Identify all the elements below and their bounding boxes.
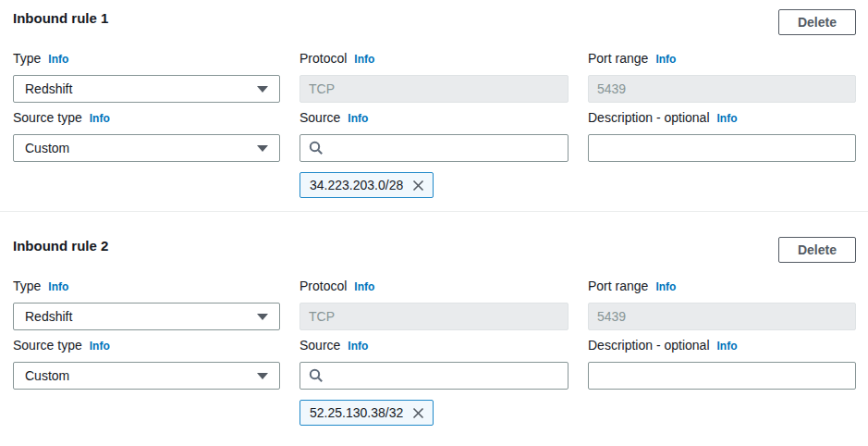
port-range-info-link[interactable]: Info <box>655 280 676 293</box>
source-token: 34.223.203.0/28 <box>300 172 434 198</box>
source-type-label: Source typeInfo <box>13 337 280 353</box>
type-select[interactable]: Redshift <box>13 303 280 330</box>
source-label: SourceInfo <box>300 109 568 126</box>
description-info-link[interactable]: Info <box>717 340 738 353</box>
description-info-link[interactable]: Info <box>717 112 738 125</box>
source-type-label: Source typeInfo <box>13 109 280 126</box>
port-range-label: Port rangeInfo <box>588 278 856 294</box>
source-token-value: 52.25.130.38/32 <box>310 405 403 420</box>
delete-rule-button[interactable]: Delete <box>778 237 856 263</box>
type-info-link[interactable]: Info <box>48 280 68 293</box>
type-label: TypeInfo <box>13 50 280 67</box>
description-input[interactable] <box>588 362 856 390</box>
protocol-label: ProtocolInfo <box>300 50 568 67</box>
delete-rule-button[interactable]: Delete <box>778 9 856 35</box>
source-type-select[interactable]: Custom <box>13 134 280 162</box>
rule-fields-grid: TypeInfo Redshift Source typeInfo Custom <box>13 50 856 198</box>
type-select-value: Redshift <box>25 309 72 324</box>
token-dismiss-button[interactable] <box>411 406 425 420</box>
protocol-label: ProtocolInfo <box>300 278 568 294</box>
source-type-select[interactable]: Custom <box>13 362 280 390</box>
caret-down-icon <box>257 373 268 379</box>
source-info-link[interactable]: Info <box>348 340 368 353</box>
source-search-input[interactable] <box>300 134 568 162</box>
port-range-label: Port rangeInfo <box>588 50 856 67</box>
caret-down-icon <box>257 86 268 93</box>
source-type-select-value: Custom <box>25 368 69 383</box>
description-label: Description - optionalInfo <box>588 337 856 353</box>
rule-fields-grid: TypeInfo Redshift Source typeInfo Custom <box>13 278 856 426</box>
source-type-info-link[interactable]: Info <box>90 340 110 353</box>
close-icon <box>411 406 425 420</box>
caret-down-icon <box>257 314 268 320</box>
type-info-link[interactable]: Info <box>48 53 68 66</box>
inbound-rule-section: Inbound rule 1 Delete TypeInfo Redshift … <box>13 7 856 198</box>
port-range-input <box>588 75 856 103</box>
rule-title: Inbound rule 2 <box>13 237 108 255</box>
token-dismiss-button[interactable] <box>411 179 425 192</box>
type-select-value: Redshift <box>25 81 72 96</box>
source-token-value: 34.223.203.0/28 <box>310 178 403 192</box>
rule-header: Inbound rule 2 Delete <box>13 235 856 263</box>
protocol-info-link[interactable]: Info <box>354 53 374 66</box>
inbound-rules-editor: Inbound rule 1 Delete TypeInfo Redshift … <box>0 0 868 426</box>
type-select[interactable]: Redshift <box>13 75 280 103</box>
description-input[interactable] <box>588 134 856 162</box>
close-icon <box>411 179 425 192</box>
port-range-input <box>588 303 856 330</box>
protocol-input <box>300 75 568 103</box>
source-search-input[interactable] <box>300 362 568 390</box>
source-type-info-link[interactable]: Info <box>90 112 110 125</box>
rule-header: Inbound rule 1 Delete <box>13 7 856 35</box>
source-info-link[interactable]: Info <box>348 112 368 125</box>
inbound-rule-section: Inbound rule 2 Delete TypeInfo Redshift … <box>13 235 856 426</box>
type-label: TypeInfo <box>13 278 280 294</box>
description-label: Description - optionalInfo <box>588 109 856 126</box>
source-type-select-value: Custom <box>25 141 69 155</box>
section-divider <box>0 211 868 212</box>
port-range-info-link[interactable]: Info <box>655 53 676 66</box>
source-label: SourceInfo <box>300 337 568 353</box>
protocol-input <box>300 303 568 330</box>
caret-down-icon <box>257 145 268 152</box>
rule-title: Inbound rule 1 <box>13 9 108 28</box>
protocol-info-link[interactable]: Info <box>354 280 374 293</box>
source-token: 52.25.130.38/32 <box>300 400 434 426</box>
